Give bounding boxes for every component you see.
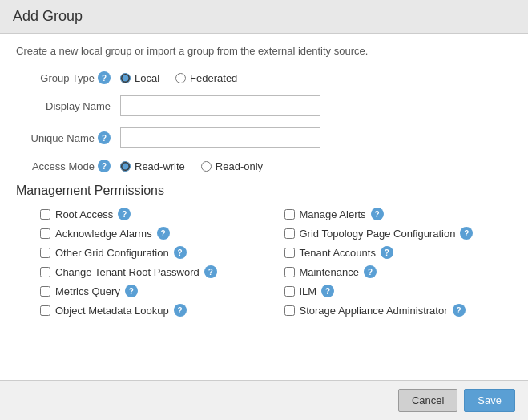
perm-manage-alerts-help-icon[interactable]: ? [371, 208, 384, 220]
group-type-help-icon[interactable]: ? [98, 71, 111, 84]
perm-root-access-checkbox[interactable] [40, 209, 50, 220]
group-type-federated-label: Federated [190, 72, 237, 84]
perm-change-tenant-root-password-help-icon[interactable]: ? [204, 265, 217, 278]
perm-storage-appliance-admin-label: Storage Appliance Administrator [300, 305, 448, 317]
perm-ilm-help-icon[interactable]: ? [321, 285, 334, 297]
group-type-local-radio[interactable] [120, 73, 131, 83]
display-name-label: Display Name [16, 100, 120, 112]
access-mode-row: Access Mode ? Read-write Read-only [16, 160, 512, 172]
perm-ilm-checkbox[interactable] [284, 286, 295, 297]
perm-other-grid-config: Other Grid Configuration ? [40, 246, 268, 259]
perm-object-metadata-lookup-help-icon[interactable]: ? [174, 304, 187, 317]
perm-change-tenant-root-password: Change Tenant Root Password ? [40, 265, 268, 278]
page-container: Add Group Create a new local group or im… [0, 0, 528, 420]
group-type-local-label: Local [135, 72, 159, 84]
perm-manage-alerts-checkbox[interactable] [284, 209, 295, 220]
unique-name-help-icon[interactable]: ? [98, 131, 111, 144]
access-mode-readwrite-label: Read-write [135, 160, 185, 172]
display-name-row: Display Name [16, 95, 512, 116]
perm-root-access: Root Access ? [40, 208, 268, 220]
save-button[interactable]: Save [464, 389, 515, 412]
perm-other-grid-config-help-icon[interactable]: ? [174, 246, 187, 259]
group-type-options: Local Federated [120, 72, 237, 84]
perm-metrics-query-checkbox[interactable] [40, 286, 50, 297]
perm-object-metadata-lookup: Object Metadata Lookup ? [40, 304, 268, 317]
cancel-button[interactable]: Cancel [398, 389, 457, 412]
page-title: Add Group [13, 8, 515, 25]
perm-acknowledge-alarms-label: Acknowledge Alarms [55, 228, 152, 240]
perm-metrics-query: Metrics Query ? [40, 285, 268, 297]
display-name-control [120, 95, 320, 116]
perm-maintenance: Maintenance ? [284, 265, 513, 278]
access-mode-readonly-option[interactable]: Read-only [201, 160, 263, 172]
perm-acknowledge-alarms: Acknowledge Alarms ? [40, 227, 268, 240]
perm-storage-appliance-admin-checkbox[interactable] [284, 305, 295, 316]
perm-manage-alerts-label: Manage Alerts [300, 208, 366, 220]
perm-maintenance-label: Maintenance [300, 266, 359, 278]
page-footer: Cancel Save [0, 380, 528, 420]
group-type-federated-radio[interactable] [175, 73, 186, 83]
unique-name-label: Unique Name ? [16, 131, 120, 144]
unique-name-input[interactable] [120, 127, 320, 148]
perm-change-tenant-root-password-label: Change Tenant Root Password [55, 266, 200, 278]
permissions-title: Management Permissions [16, 184, 512, 198]
group-type-label: Group Type ? [16, 71, 120, 84]
permissions-section: Management Permissions Root Access ? Ack… [16, 184, 512, 317]
access-mode-readonly-radio[interactable] [201, 161, 212, 172]
page-content: Create a new local group or import a gro… [0, 34, 528, 380]
access-mode-readonly-label: Read-only [216, 160, 263, 172]
perm-change-tenant-root-password-checkbox[interactable] [40, 267, 50, 277]
perm-tenant-accounts-checkbox[interactable] [284, 248, 295, 258]
perm-grid-topology-page: Grid Topology Page Configuration ? [284, 227, 513, 240]
permissions-left-col: Root Access ? Acknowledge Alarms ? Other… [40, 208, 268, 317]
group-type-local-option[interactable]: Local [120, 72, 159, 84]
display-name-input[interactable] [120, 95, 320, 116]
perm-grid-topology-page-checkbox[interactable] [284, 228, 295, 239]
group-type-federated-option[interactable]: Federated [175, 72, 237, 84]
perm-root-access-help-icon[interactable]: ? [118, 208, 131, 220]
perm-maintenance-checkbox[interactable] [284, 267, 295, 277]
perm-object-metadata-lookup-label: Object Metadata Lookup [55, 305, 169, 317]
unique-name-row: Unique Name ? [16, 127, 512, 148]
perm-storage-appliance-admin-help-icon[interactable]: ? [453, 304, 466, 317]
perm-grid-topology-page-label: Grid Topology Page Configuration [300, 228, 456, 240]
perm-object-metadata-lookup-checkbox[interactable] [40, 305, 50, 316]
permissions-grid: Root Access ? Acknowledge Alarms ? Other… [16, 208, 512, 317]
page-header: Add Group [0, 0, 528, 34]
access-mode-options: Read-write Read-only [120, 160, 263, 172]
unique-name-control [120, 127, 320, 148]
perm-ilm-label: ILM [300, 285, 317, 297]
perm-acknowledge-alarms-help-icon[interactable]: ? [157, 227, 170, 240]
group-type-row: Group Type ? Local Federated [16, 71, 512, 84]
access-mode-label: Access Mode ? [16, 160, 120, 172]
perm-root-access-label: Root Access [55, 208, 113, 220]
perm-grid-topology-page-help-icon[interactable]: ? [460, 227, 473, 240]
page-description: Create a new local group or import a gro… [16, 45, 512, 57]
perm-metrics-query-help-icon[interactable]: ? [125, 285, 138, 297]
perm-ilm: ILM ? [284, 285, 513, 297]
perm-maintenance-help-icon[interactable]: ? [364, 265, 377, 278]
perm-other-grid-config-checkbox[interactable] [40, 248, 50, 258]
perm-tenant-accounts-help-icon[interactable]: ? [381, 246, 393, 259]
access-mode-readwrite-option[interactable]: Read-write [120, 160, 185, 172]
perm-tenant-accounts-label: Tenant Accounts [300, 247, 376, 259]
perm-other-grid-config-label: Other Grid Configuration [55, 247, 169, 259]
access-mode-readwrite-radio[interactable] [120, 161, 131, 172]
perm-metrics-query-label: Metrics Query [55, 285, 120, 297]
perm-manage-alerts: Manage Alerts ? [284, 208, 513, 220]
perm-storage-appliance-admin: Storage Appliance Administrator ? [284, 304, 513, 317]
access-mode-help-icon[interactable]: ? [98, 160, 111, 172]
perm-acknowledge-alarms-checkbox[interactable] [40, 228, 50, 239]
permissions-right-col: Manage Alerts ? Grid Topology Page Confi… [284, 208, 513, 317]
perm-tenant-accounts: Tenant Accounts ? [284, 246, 513, 259]
